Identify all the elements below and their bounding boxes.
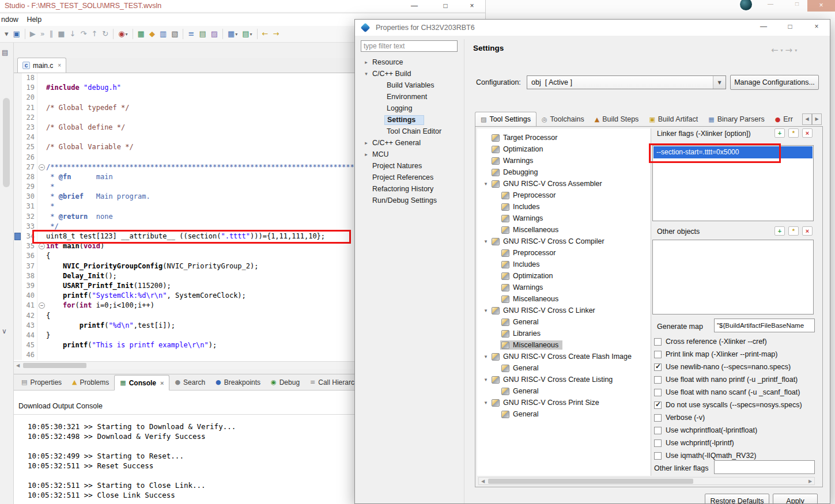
close-tab-icon[interactable]: × (58, 62, 61, 69)
delete-item-icon[interactable]: × (802, 128, 813, 138)
terminal-button[interactable]: ▣ (12, 28, 22, 40)
fold-collapse-icon[interactable]: − (39, 164, 45, 170)
expanded-arrow-icon[interactable]: ▾ (481, 238, 490, 244)
indent-button[interactable]: ▤ (197, 28, 207, 40)
main-titlebar[interactable]: Studio - F:\MRS_TEST_SOLU\MRS_TEST.wvsln… (0, 0, 485, 13)
bg-close-button[interactable]: × (807, 0, 835, 12)
checkbox-row[interactable]: ✓Use newlib-nano (--specs=nano.specs) (654, 361, 821, 373)
dialog-close-button[interactable]: × (811, 22, 822, 31)
tool-tree-item[interactable]: ▾GNU RISC-V Cross C Compiler (477, 236, 651, 247)
tool-tree-item[interactable]: Miscellaneous (477, 224, 651, 236)
view-tab-console[interactable]: ▦Console× (114, 375, 169, 391)
tool-tree-item[interactable]: Miscellaneous (477, 293, 651, 305)
tool-tree-item[interactable]: Preprocessor (477, 190, 651, 201)
restart-button[interactable]: ↻ (100, 28, 110, 40)
delete-item-icon[interactable]: × (802, 226, 813, 236)
panel-sash[interactable] (464, 39, 464, 503)
close-tab-icon[interactable]: × (160, 380, 164, 386)
expanded-arrow-icon[interactable]: ▾ (481, 354, 490, 359)
apply-button[interactable]: Apply (773, 494, 818, 504)
checkbox-row[interactable]: Print link map (-Xlinker --print-map) (654, 348, 821, 361)
checkbox[interactable] (654, 439, 662, 447)
tab-build-artifact[interactable]: ▣Build Artifact (644, 112, 703, 127)
checkbox-row[interactable]: Use float with nano scanf (-u _scanf_flo… (654, 386, 821, 399)
tool-tree-item[interactable]: General (477, 316, 651, 328)
checkbox[interactable] (654, 389, 662, 396)
other-objects-list[interactable] (652, 240, 814, 314)
dropdown-arrow-icon[interactable]: ▼ (713, 76, 726, 89)
editor-tab-main-c[interactable]: c main.c × (17, 58, 66, 73)
minimize-button[interactable]: — (407, 0, 422, 13)
settings-horizontal-scrollbar[interactable]: ◀ ▶ (478, 477, 815, 485)
open-perspective-button[interactable]: ▦▾ (226, 28, 239, 40)
tab-binary-parsers[interactable]: ▦Binary Parsers (703, 112, 769, 127)
scroll-right-icon[interactable]: ▶ (806, 478, 814, 485)
checkbox-row[interactable]: Verbose (-v) (654, 411, 821, 424)
maximize-button[interactable]: □ (438, 0, 453, 13)
configuration-dropdown[interactable]: obj [ Active ] ▼ (527, 75, 726, 89)
tool-tree-item[interactable]: Preprocessor (477, 247, 651, 259)
tool-tree-item[interactable]: ▾GNU RISC-V Cross Assembler (477, 178, 651, 190)
checkbox-row[interactable]: ✓Do not use syscalls (--specs=nosys.spec… (654, 399, 821, 411)
nav-tree-item[interactable]: ▸MCU (360, 149, 463, 160)
generate-map-field[interactable]: "${BuildArtifactFileBaseName (714, 319, 815, 332)
tool-tree-item[interactable]: Libraries (477, 328, 651, 339)
view-tab-problems[interactable]: ▲Problems (67, 374, 114, 390)
tool-tree-item[interactable]: General (477, 385, 651, 397)
checkbox[interactable] (654, 351, 662, 358)
nav-tree-item[interactable]: Environment (360, 91, 463, 103)
restore-view-icon[interactable]: ▤ (2, 48, 8, 56)
tool-tree-item[interactable]: Optimization (477, 270, 651, 282)
edit-item-icon[interactable]: * (788, 128, 799, 138)
collapse-chevron-icon[interactable]: ∨ (2, 327, 7, 335)
flash-download-button[interactable]: ◆ (148, 28, 157, 40)
tab-scroll-right-icon[interactable]: ▶ (812, 113, 822, 125)
forward-icon[interactable]: → (785, 45, 793, 55)
nav-tree-item[interactable]: Project Natures (360, 160, 463, 172)
skip-all-button[interactable]: » (39, 28, 47, 40)
checkbox[interactable] (654, 414, 662, 422)
collapsed-arrow-icon[interactable]: ▸ (362, 151, 370, 157)
checkbox-row[interactable]: Use wchprintfloat(-lprintfloat) (654, 424, 821, 437)
tool-tree-item[interactable]: Warnings (477, 155, 651, 166)
tool-tree-item[interactable]: General (477, 362, 651, 374)
nav-tree-item[interactable]: Tool Chain Editor (360, 126, 463, 137)
edit-item-icon[interactable]: * (788, 226, 799, 236)
collapsed-arrow-icon[interactable]: ▸ (362, 140, 370, 146)
tool-tree-item[interactable]: Includes (477, 201, 651, 213)
nav-tree-item[interactable]: ▸Resource (360, 56, 463, 68)
checkbox-row[interactable]: Cross reference (-Xlinker --cref) (654, 335, 821, 348)
tab-err[interactable]: ●Err (770, 112, 798, 127)
add-item-icon[interactable]: + (774, 226, 785, 236)
overview-scrollbar[interactable] (3, 98, 10, 187)
filter-input[interactable] (361, 40, 458, 52)
dropdown-button[interactable]: ▾ (3, 28, 10, 40)
open-view-button[interactable]: ▤▾ (240, 28, 254, 40)
dialog-titlebar[interactable]: Properties for CH32V203RBT6 — □ × (355, 20, 830, 36)
add-item-icon[interactable]: + (774, 128, 785, 138)
tab-tool-settings[interactable]: ▨Tool Settings (475, 112, 536, 127)
tool-tree-item[interactable]: ▾GNU RISC-V Cross Create Flash Image (477, 351, 651, 362)
nav-tree-item[interactable]: ▾C/C++ Build (360, 68, 463, 79)
tool-tree-item[interactable]: Target Processor (477, 132, 651, 143)
forward-button[interactable]: → (271, 28, 281, 40)
tab-toolchains[interactable]: ◎Toolchains (536, 112, 590, 127)
tool-tree-item[interactable]: Includes (477, 259, 651, 270)
tool-tree-item[interactable]: General (477, 408, 651, 420)
scroll-left-icon[interactable]: ◀ (479, 478, 487, 485)
tool-tree-item[interactable]: Warnings (477, 213, 651, 224)
dialog-minimize-button[interactable]: — (758, 22, 769, 31)
back-icon[interactable]: ← (771, 45, 779, 55)
manage-configurations-button[interactable]: Manage Configurations... (730, 75, 819, 90)
fold-collapse-icon[interactable]: − (39, 243, 45, 249)
expanded-arrow-icon[interactable]: ▾ (481, 400, 490, 406)
tool-tree-item[interactable]: Optimization (477, 143, 651, 155)
format-button[interactable]: ≡ (186, 28, 196, 40)
tab-build-steps[interactable]: ▲Build Steps (590, 112, 644, 127)
nav-tree-item[interactable]: Project References (360, 172, 463, 183)
tab-scroll-left-icon[interactable]: ◀ (802, 113, 812, 125)
checkbox-row[interactable]: Use wchprintf(-lprintf) (654, 437, 821, 449)
floating-assistant-ball[interactable] (740, 0, 752, 10)
nav-tree-item[interactable]: Build Variables (360, 79, 463, 91)
bg-minimize-button[interactable]: — (765, 1, 776, 10)
